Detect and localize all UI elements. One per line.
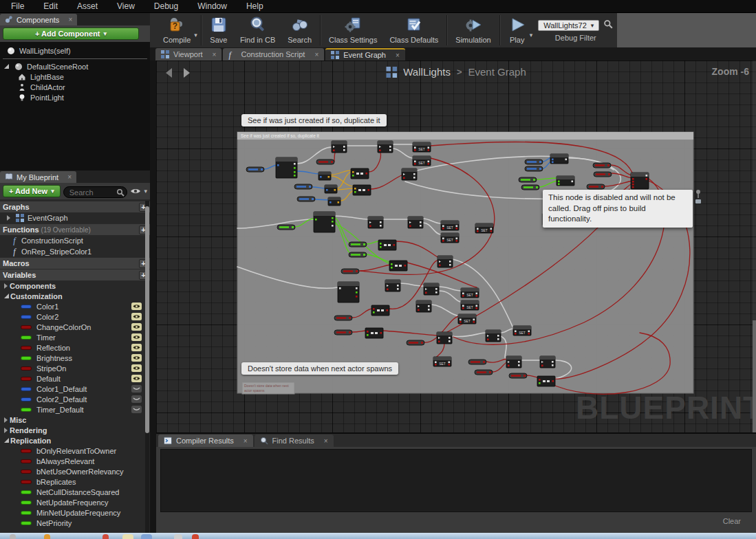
set-node[interactable]: SET	[413, 142, 431, 152]
graph-item-eventgraph[interactable]: EventGraph	[0, 212, 150, 223]
class-defaults-button[interactable]: Class Defaults	[383, 14, 444, 46]
close-icon[interactable]: ×	[67, 173, 72, 181]
set-node[interactable]: SET	[513, 326, 531, 336]
component-item-lightbase[interactable]: LightBase	[0, 72, 150, 82]
menu-help[interactable]: Help	[246, 1, 263, 11]
variable-getter-pill[interactable]	[349, 242, 367, 247]
variable-bonlyrelevanttoowner[interactable]: bOnlyRelevantToOwner	[0, 446, 150, 456]
menu-file[interactable]: File	[11, 1, 24, 11]
set-node[interactable]: SET	[433, 357, 451, 366]
eye-open-icon[interactable]	[131, 333, 142, 341]
branch-node[interactable]	[332, 141, 347, 153]
taskbar-app-icon[interactable]	[192, 534, 199, 539]
variable-default[interactable]: Default	[0, 373, 150, 384]
conversion-node[interactable]	[328, 197, 341, 206]
branch-node[interactable]	[506, 356, 521, 368]
eye-open-icon[interactable]	[131, 313, 142, 320]
set-node[interactable]: SET	[413, 156, 431, 166]
variable-bnetuseownerrelevancy[interactable]: bNetUseOwnerRelevancy	[0, 466, 150, 476]
graph-scrollbar-thumb[interactable]	[753, 320, 756, 432]
forward-arrow-icon[interactable]	[184, 68, 190, 78]
taskbar-app-icon[interactable]	[10, 534, 16, 539]
section-graphs[interactable]: Graphs+	[0, 201, 150, 212]
variable-minnetupdatefrequency[interactable]: MinNetUpdateFrequency	[0, 507, 150, 518]
collapse-triangle-icon[interactable]	[7, 215, 10, 221]
conversion-node[interactable]	[325, 185, 337, 193]
multi-input-node[interactable]	[631, 173, 649, 189]
taskbar-app-icon[interactable]	[141, 534, 152, 539]
variable-getter-pill[interactable]	[509, 373, 527, 378]
variable-netupdatefrequency[interactable]: NetUpdateFrequency	[0, 497, 150, 507]
expand-triangle-icon[interactable]	[4, 64, 9, 69]
function-item-onrep_stripecolor1[interactable]: fOnRep_StripeColor1	[0, 246, 150, 257]
compile-button[interactable]: ?Compile	[157, 14, 197, 46]
visibility-eye-icon[interactable]	[130, 188, 141, 195]
eye-open-icon[interactable]	[131, 375, 142, 382]
eye-open-icon[interactable]	[131, 364, 142, 372]
equality-node[interactable]	[537, 376, 555, 386]
variable-getter-pill[interactable]	[525, 166, 543, 171]
conversion-node[interactable]	[318, 172, 331, 180]
variable-getter-pill[interactable]	[594, 172, 612, 177]
menu-window[interactable]: Window	[197, 1, 227, 11]
section-macros[interactable]: Macros+	[0, 257, 150, 269]
taskbar-app-icon[interactable]	[44, 534, 50, 539]
taskbar-app-icon[interactable]	[174, 534, 182, 539]
branch-node[interactable]	[424, 283, 439, 295]
expand-triangle-icon[interactable]	[4, 438, 9, 443]
pushpin-icon[interactable]	[694, 189, 702, 208]
menu-edit[interactable]: Edit	[43, 1, 58, 11]
section-variables[interactable]: Variables+	[0, 269, 150, 280]
branch-node[interactable]	[408, 217, 423, 228]
variable-balwaysrelevant[interactable]: bAlwaysRelevant	[0, 456, 150, 466]
variable-reflection[interactable]: Reflection	[0, 342, 150, 353]
variable-getter-pill[interactable]	[587, 184, 605, 189]
eye-closed-icon[interactable]	[131, 406, 142, 413]
function-call-node[interactable]	[557, 176, 574, 186]
close-icon[interactable]: ×	[314, 51, 318, 58]
close-icon[interactable]: ×	[324, 437, 328, 445]
equality-node[interactable]	[389, 261, 407, 271]
taskbar-app-icon[interactable]	[102, 534, 109, 539]
variable-getter-pill[interactable]	[341, 269, 359, 274]
variable-getter-pill[interactable]	[246, 167, 264, 172]
equality-node[interactable]	[365, 328, 383, 338]
variable-category-components[interactable]: Components	[0, 280, 150, 291]
taskbar-app-icon[interactable]	[122, 534, 133, 539]
event-node[interactable]	[276, 157, 297, 178]
scrollbar-track[interactable]	[145, 201, 149, 533]
variable-getter-pill[interactable]	[316, 160, 334, 164]
close-icon[interactable]: ×	[244, 437, 248, 445]
variable-category-rendering[interactable]: Rendering	[0, 425, 150, 435]
equality-node[interactable]	[371, 305, 389, 316]
variable-stripeon[interactable]: StripeOn	[0, 363, 150, 373]
function-call-node[interactable]	[550, 154, 568, 164]
set-node[interactable]: SET	[461, 300, 479, 310]
variable-color2_default[interactable]: Color2_Default	[0, 394, 150, 404]
variable-category-replication[interactable]: Replication	[0, 435, 150, 446]
variable-getter-pill[interactable]	[407, 340, 424, 345]
eye-open-icon[interactable]	[131, 323, 142, 331]
chevron-down-icon[interactable]: ▾	[194, 32, 197, 38]
variable-getter-pill[interactable]	[334, 330, 352, 335]
variable-category-customization[interactable]: Customization	[0, 291, 150, 301]
equality-node[interactable]	[351, 168, 369, 179]
breadcrumb-root[interactable]: WallLights	[403, 66, 451, 78]
event-node[interactable]	[314, 212, 335, 232]
eye-open-icon[interactable]	[131, 354, 142, 362]
equality-node[interactable]	[353, 185, 371, 195]
variable-netculldistancesquared[interactable]: NetCullDistanceSquared	[0, 487, 150, 497]
variable-getter-pill[interactable]	[519, 177, 537, 182]
add-component-button[interactable]: + Add Component ▾	[3, 28, 139, 40]
eye-open-icon[interactable]	[131, 302, 142, 310]
branch-node[interactable]	[416, 300, 431, 312]
class-settings-button[interactable]: Class Settings	[323, 14, 383, 46]
variable-getter-pill[interactable]	[349, 252, 367, 257]
equality-node[interactable]	[378, 240, 396, 250]
variable-getter-pill[interactable]	[475, 370, 493, 375]
tab-event-graph[interactable]: Event Graph×	[325, 48, 405, 60]
function-item-constructionscript[interactable]: fConstructionScript	[0, 235, 150, 246]
event-graph-canvas[interactable]: BLUEPRINTSee if was just created if so, …	[156, 60, 756, 432]
menu-debug[interactable]: Debug	[154, 1, 178, 11]
variable-getter-pill[interactable]	[334, 316, 352, 320]
